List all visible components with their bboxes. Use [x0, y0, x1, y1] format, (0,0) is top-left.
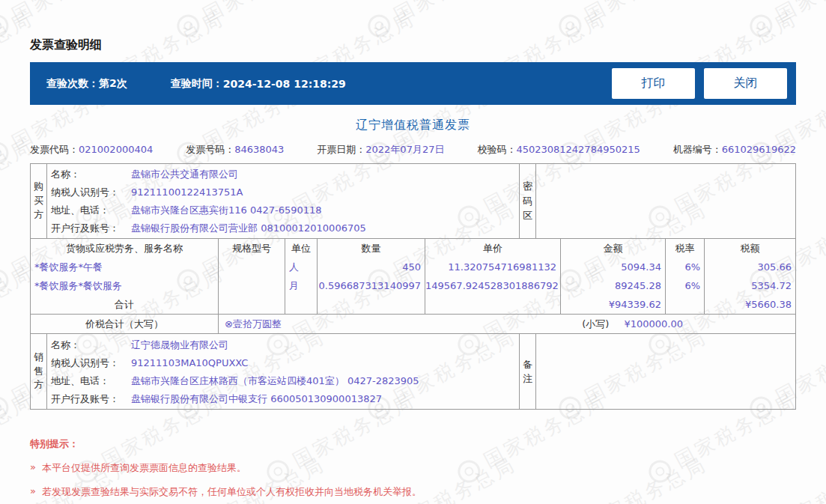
col-header-price: 单价: [425, 239, 560, 258]
seller-row: 地址、电话：盘锦市兴隆台区庄林路西（市客运站四楼401室） 0427-28239…: [47, 372, 519, 389]
check-time-value: 2024-12-08 12:18:29: [223, 78, 346, 90]
col-header-spec: 规格型号: [218, 239, 285, 258]
tip-line: » 若发现发票查验结果与实际交易不符，任何单位或个人有权拒收并向当地税务机关举报…: [30, 485, 796, 499]
grand-total-words: ⊗壹拾万圆整: [219, 315, 282, 333]
check-count-value: 第2次: [99, 77, 127, 91]
invoice-number: 发票号码：84638043: [186, 143, 284, 157]
item-name: *餐饮服务*餐饮服务: [31, 276, 218, 295]
check-code: 校验码：45023081242784950215: [477, 143, 640, 157]
buyer-bank-value: 盘锦银行股份有限公司营业部 08100012010006705: [131, 219, 366, 237]
col-header-unit: 单位: [285, 239, 317, 258]
item-tax: 5354.72: [704, 276, 795, 295]
tip-line: » 本平台仅提供所查询发票票面信息的查验结果。: [30, 461, 796, 475]
close-button[interactable]: 关闭: [704, 68, 787, 99]
grand-total-figures: ¥100000.00: [624, 315, 683, 333]
items-total-tax: ¥5660.38: [704, 295, 795, 314]
item-spec: [218, 258, 285, 276]
buyer-row: 纳税人识别号：91211100122413751A: [47, 183, 519, 201]
item-qty: 450: [317, 258, 425, 276]
seller-rows: 名称：辽宁德晟物业有限公司 纳税人识别号：91211103MA10QPUXXC …: [47, 334, 519, 409]
seller-taxid-value: 91211103MA10QPUXXC: [131, 354, 248, 371]
col-header-tax: 税额: [704, 239, 795, 258]
item-price: 149567.924528301886792: [425, 276, 560, 295]
check-time: 查验时间： 2024-12-08 12:18:29: [171, 77, 346, 91]
col-header-qty: 数量: [317, 239, 425, 258]
machine-number: 机器编号：661029619622: [673, 143, 796, 157]
seller-side-label-text: 销售方: [34, 350, 43, 393]
col-header-amount: 金额: [560, 239, 665, 258]
grand-total-label: 价税合计（大写）: [31, 315, 218, 333]
item-qty: 0.596687313140997: [317, 276, 425, 295]
invoice-code-label: 发票代码：: [30, 144, 79, 155]
password-zone-label: 密码区: [519, 164, 536, 238]
grand-total-content: ⊗壹拾万圆整 (小写) ¥100000.00: [218, 315, 795, 333]
seller-row: 纳税人识别号：91211103MA10QPUXXC: [47, 354, 519, 371]
invoice-date: 开票日期：2022年07月27日: [317, 143, 444, 157]
seller-taxid-label: 纳税人识别号：: [47, 354, 131, 371]
invoice-number-value: 84638043: [234, 144, 284, 155]
invoice-date-value: 2022年07月27日: [365, 144, 444, 155]
grand-total-row: 价税合计（大写） ⊗壹拾万圆整 (小写) ¥100000.00: [30, 314, 796, 334]
item-name: *餐饮服务*午餐: [31, 258, 218, 276]
check-code-label: 校验码：: [477, 144, 516, 155]
item-taxrate: 6%: [665, 276, 704, 295]
tip-bullet-icon: »: [30, 485, 36, 499]
remarks-label-text: 备注: [523, 357, 532, 386]
buyer-taxid-value: 91211100122413751A: [131, 183, 243, 201]
items-total-spec-empty: [218, 295, 285, 314]
invoice-meta-row: 发票代码：021002000404 发票号码：84638043 开票日期：202…: [30, 143, 796, 157]
grand-total-figures-group: (小写) ¥100000.00: [582, 315, 683, 333]
seller-address-label: 地址、电话：: [47, 372, 131, 389]
tip-text: 本平台仅提供所查询发票票面信息的查验结果。: [42, 461, 246, 475]
buyer-box: 购买方 名称：盘锦市公共交通有限公司 纳税人识别号：91211100122413…: [30, 163, 796, 239]
check-count-label: 查验次数：: [46, 77, 99, 91]
machine-number-label: 机器编号：: [673, 144, 722, 155]
seller-box: 销售方 名称：辽宁德晟物业有限公司 纳税人识别号：91211103MA10QPU…: [30, 334, 796, 410]
invoice-code-value: 021002000404: [79, 144, 153, 155]
col-header-name: 货物或应税劳务、服务名称: [31, 239, 218, 258]
item-price: 11.320754716981132: [425, 258, 560, 276]
page-title: 发票查验明细: [30, 37, 796, 53]
invoice-title: 辽宁增值税普通发票: [30, 118, 796, 133]
item-spec: [218, 276, 285, 295]
item-amount: 89245.28: [560, 276, 665, 295]
remarks-content: [536, 334, 795, 409]
items-total-qty-empty: [317, 295, 425, 314]
item-unit: 月: [285, 276, 317, 295]
invoice-check-page: 发票查验明细 查验次数： 第2次 查验时间： 2024-12-08 12:18:…: [0, 0, 826, 499]
check-code-value: 45023081242784950215: [516, 144, 640, 155]
special-tips: 特别提示： » 本平台仅提供所查询发票票面信息的查验结果。 » 若发现发票查验结…: [30, 437, 796, 499]
buyer-side-label-text: 购买方: [34, 180, 43, 222]
buyer-row: 开户行及账号：盘锦银行股份有限公司营业部 08100012010006705: [47, 219, 519, 237]
seller-address-value: 盘锦市兴隆台区庄林路西（市客运站四楼401室） 0427-2823905: [131, 372, 419, 389]
machine-number-value: 661029619622: [722, 144, 796, 155]
item-tax: 305.66: [704, 258, 795, 276]
tip-bullet-icon: »: [30, 461, 36, 475]
buyer-name-value: 盘锦市公共交通有限公司: [131, 166, 238, 183]
seller-row: 开户行及账号：盘锦银行股份有限公司中银支行 660050130900013827: [47, 390, 519, 407]
check-time-label: 查验时间：: [171, 77, 223, 91]
seller-row: 名称：辽宁德晟物业有限公司: [47, 336, 519, 353]
buyer-bank-label: 开户行及账号：: [47, 219, 131, 237]
seller-name-value: 辽宁德晟物业有限公司: [131, 336, 228, 353]
items-total-label: 合计: [31, 295, 218, 314]
seller-bank-value: 盘锦银行股份有限公司中银支行 660050130900013827: [131, 390, 382, 407]
buyer-address-value: 盘锦市兴隆台区惠宾街116 0427-6590118: [131, 201, 322, 219]
print-button[interactable]: 打印: [612, 68, 695, 99]
item-unit: 人: [285, 258, 317, 276]
buyer-side-label: 购买方: [31, 164, 47, 238]
seller-name-label: 名称：: [47, 336, 131, 353]
invoice-code: 发票代码：021002000404: [30, 143, 153, 157]
invoice-date-label: 开票日期：: [317, 144, 365, 155]
col-header-taxrate: 税率: [665, 239, 704, 258]
items-total-taxrate-empty: [665, 295, 704, 314]
buyer-address-label: 地址、电话：: [47, 201, 131, 219]
password-zone-label-text: 密码区: [523, 179, 532, 223]
check-info-bar: 查验次数： 第2次 查验时间： 2024-12-08 12:18:29 打印 关…: [30, 62, 796, 105]
grand-total-small-label: (小写): [582, 315, 609, 333]
buyer-row: 名称：盘锦市公共交通有限公司: [47, 166, 519, 183]
tip-text: 若发现发票查验结果与实际交易不符，任何单位或个人有权拒收并向当地税务机关举报。: [42, 485, 422, 499]
tips-title: 特别提示：: [30, 437, 796, 451]
items-total-price-empty: [425, 295, 560, 314]
password-zone-content: [536, 164, 795, 238]
